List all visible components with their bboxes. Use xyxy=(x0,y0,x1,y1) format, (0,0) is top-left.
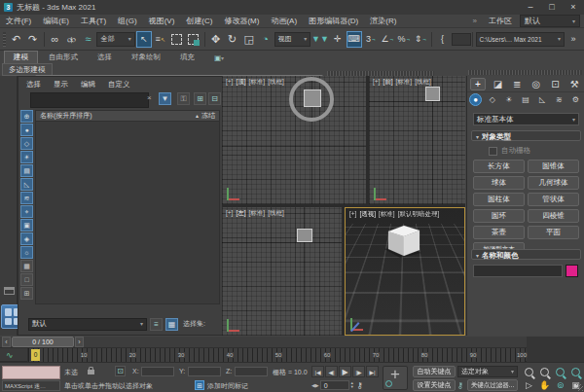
lights-category-icon[interactable]: ☀ xyxy=(502,93,515,106)
search-input[interactable] xyxy=(30,92,149,108)
create-tab-icon[interactable]: + xyxy=(470,78,486,90)
torus-button[interactable]: 圆环 xyxy=(473,209,525,223)
named-sets-stack-icon[interactable]: ≡ xyxy=(150,318,163,331)
column-name-label[interactable]: 名称(按升序排序) xyxy=(40,111,92,121)
display-spacewarps-icon[interactable]: ≋ xyxy=(20,192,33,204)
display-lights-icon[interactable]: ☀ xyxy=(20,151,33,163)
clear-search-icon[interactable]: × xyxy=(147,93,152,102)
bind-to-spacewarp-icon[interactable]: ≈ xyxy=(80,31,95,48)
toolbar-overflow-chevron[interactable]: » xyxy=(566,31,581,48)
box-object[interactable] xyxy=(425,87,440,101)
select-and-move-icon[interactable]: ✥ xyxy=(208,31,224,48)
viewport-menu-style[interactable]: [标准] xyxy=(379,210,395,219)
undo-icon[interactable]: ↶ xyxy=(9,31,24,48)
motion-tab-icon[interactable]: ◎ xyxy=(529,79,543,89)
select-and-link-icon[interactable]: ∞ xyxy=(47,31,62,48)
viewport-menu-shading[interactable]: [线框] xyxy=(268,209,284,218)
key-icon[interactable]: ⚷ xyxy=(357,381,363,390)
viewport-front[interactable]: [+] [前] [标准] [线框] xyxy=(369,76,465,204)
hierarchy-tab-icon[interactable]: ≣ xyxy=(510,79,524,89)
explorer-menu-display[interactable]: 显示 xyxy=(54,80,68,89)
viewport-menu-view[interactable]: [前] xyxy=(383,78,392,87)
object-name-field[interactable] xyxy=(473,265,563,277)
viewport-menu-plus[interactable]: [+] xyxy=(226,78,233,87)
filter-icon[interactable]: ▼ xyxy=(159,92,171,105)
maxscript-mini-listener[interactable] xyxy=(2,366,60,379)
helpers-category-icon[interactable]: ◺ xyxy=(536,93,549,106)
set-key-big-button[interactable]: + xyxy=(383,366,408,390)
selection-filter-dropdown[interactable]: 全部 ▾ xyxy=(96,32,134,47)
display-helpers-icon[interactable]: ◺ xyxy=(20,178,33,191)
named-selection-dropdown[interactable] xyxy=(452,33,471,46)
spinner-snap-icon[interactable]: ⇕¬ xyxy=(413,31,428,48)
go-to-start-icon[interactable]: |◀ xyxy=(311,366,324,377)
display-tab-icon[interactable]: ⊡ xyxy=(548,79,562,89)
box-object[interactable] xyxy=(304,89,321,107)
use-pivot-center-icon[interactable]: ▼▼ xyxy=(311,31,329,48)
display-shapes-icon[interactable]: ◇ xyxy=(20,137,33,150)
viewport-menu-style[interactable]: [标准] xyxy=(249,209,266,218)
select-and-rotate-icon[interactable]: ↻ xyxy=(225,31,240,48)
set-key-button[interactable]: 设置关键点 xyxy=(413,379,456,391)
display-geometry-icon[interactable]: ● xyxy=(20,124,33,136)
angle-snap-icon[interactable]: ∠¬ xyxy=(380,31,395,48)
pan-view-icon[interactable]: ✋ xyxy=(537,379,552,391)
rollout-object-type[interactable]: ▾对象类型 xyxy=(471,130,581,141)
floating-window-icon[interactable] xyxy=(4,287,15,295)
mini-curve-editor-icon[interactable]: ∿ xyxy=(6,350,14,360)
rollout-name-and-color[interactable]: ▾名称和颜色 xyxy=(471,249,581,260)
reference-coordinate-dropdown[interactable]: 视图 ▾ xyxy=(274,32,311,47)
key-filter-icon[interactable]: ⚷ xyxy=(457,381,463,390)
menu-edit[interactable]: 编辑(E) xyxy=(37,16,75,26)
window-crossing-icon[interactable] xyxy=(186,31,201,48)
pyramid-button[interactable]: 四棱锥 xyxy=(528,209,579,223)
viewport-top[interactable]: [+] [顶] [标准] [线框] xyxy=(222,76,366,204)
ribbon-tab-freeform[interactable]: 自由形式 xyxy=(40,52,87,63)
viewport-menu-shading[interactable]: [线框] xyxy=(415,78,431,87)
menu-graph-editors[interactable]: 图形编辑器(D) xyxy=(303,16,364,26)
menu-views[interactable]: 视图(V) xyxy=(143,16,181,26)
explorer-menu-select[interactable]: 选择 xyxy=(26,80,41,89)
menu-tools[interactable]: 工具(T) xyxy=(75,16,112,26)
geosphere-button[interactable]: 几何球体 xyxy=(528,176,579,190)
key-mode-toggle-icon[interactable]: ◀▶ xyxy=(311,382,319,388)
select-and-scale-icon[interactable]: ◲ xyxy=(241,31,257,48)
ribbon-tab-populate[interactable]: 填充 xyxy=(171,52,203,63)
window-resize-grip[interactable] xyxy=(576,384,583,391)
selection-lock-icon[interactable] xyxy=(88,370,94,374)
ribbon-tab-object-paint[interactable]: 对象绘制 xyxy=(123,52,169,63)
current-frame-marker[interactable]: 0 xyxy=(31,349,40,361)
display-all-icon[interactable]: ⊕ xyxy=(20,110,33,123)
modify-tab-icon[interactable]: ◪ xyxy=(491,79,504,89)
play-icon[interactable]: ▶ xyxy=(339,366,351,377)
sync-selection-icon[interactable]: ⊟ xyxy=(208,92,221,105)
frame-spinner[interactable]: ▲▼ xyxy=(350,381,354,389)
display-groups-icon[interactable]: ▦ xyxy=(20,260,33,272)
tube-button[interactable]: 管状体 xyxy=(528,193,579,206)
object-color-swatch[interactable] xyxy=(566,265,578,277)
add-time-tag-label[interactable]: 添加时间标记 xyxy=(207,381,248,391)
viewport-menu-style[interactable]: [标准] xyxy=(396,78,413,87)
display-bones-icon[interactable]: ⌖ xyxy=(20,205,33,218)
utilities-tab-icon[interactable]: ⚒ xyxy=(567,79,581,89)
absolute-mode-transform-icon[interactable]: ⊡ xyxy=(115,366,126,376)
pick-parent-icon[interactable]: ⊞ xyxy=(194,92,206,105)
close-button[interactable]: × xyxy=(563,0,584,15)
viewport-left[interactable]: [+] [左] [标准] [线框] xyxy=(222,207,342,336)
maximize-button[interactable]: □ xyxy=(541,0,563,15)
workspace-dropdown[interactable]: 默认 ▾ xyxy=(520,15,580,27)
zoom-extents-icon[interactable] xyxy=(553,366,567,377)
menu-group[interactable]: 组(G) xyxy=(112,16,143,26)
viewport-menu-shading[interactable]: [默认明暗处理] xyxy=(398,210,440,219)
sphere-button[interactable]: 球体 xyxy=(473,176,525,190)
go-to-end-icon[interactable]: ▶| xyxy=(366,366,379,377)
display-hidden-icon[interactable]: ⊞ xyxy=(20,287,33,300)
redo-icon[interactable]: ↷ xyxy=(25,31,41,48)
snaps-toggle-icon[interactable]: 3¬ xyxy=(363,31,379,48)
viewport-menu-plus[interactable]: [+] xyxy=(349,210,356,219)
explorer-column-header[interactable]: 名称(按升序排序) ▲ 冻结 xyxy=(35,110,220,122)
menu-rendering[interactable]: 渲染(R) xyxy=(364,16,402,26)
explorer-menu-customize[interactable]: 自定义 xyxy=(108,80,130,89)
viewport-menu-view[interactable]: [顶] xyxy=(236,78,245,87)
zoom-region-icon[interactable]: ▷ xyxy=(522,379,536,391)
